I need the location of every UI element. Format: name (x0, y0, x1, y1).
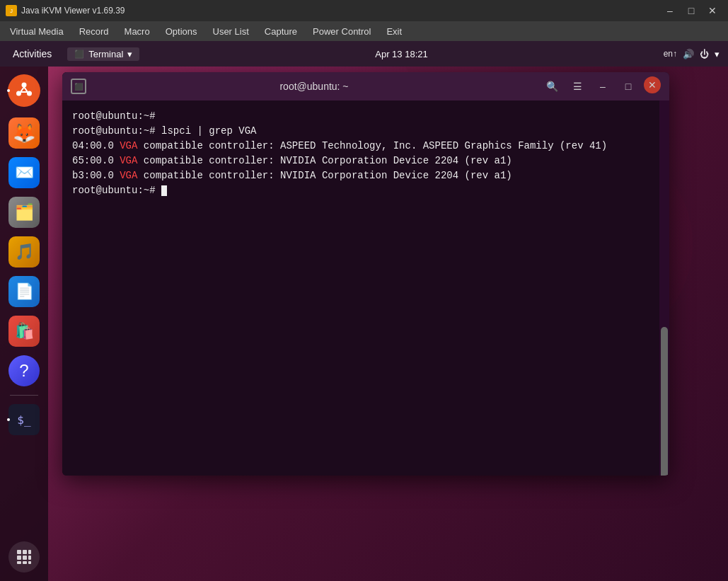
svg-rect-7 (17, 550, 21, 554)
desktop: 🦊 ✉️ 🗂️ 🎵 📄 🛍️ ? $_ (0, 67, 728, 581)
svg-rect-12 (28, 556, 31, 560)
close-button[interactable]: ✕ (703, 2, 722, 19)
terminal-tab-arrow: ▾ (127, 49, 132, 59)
terminal-tab-label: Terminal (88, 49, 123, 59)
terminal-tab-icon: ⬛ (74, 50, 84, 59)
activities-button[interactable]: Activities (8, 47, 56, 61)
svg-point-1 (22, 83, 27, 88)
dock-item-thunderbird[interactable]: ✉️ (6, 154, 42, 191)
svg-rect-11 (23, 556, 27, 560)
menu-capture[interactable]: Capture (258, 23, 304, 40)
dock-divider (10, 395, 38, 396)
terminal-search-button[interactable]: 🔍 (542, 76, 562, 96)
gnome-top-left: Activities ⬛ Terminal ▾ (8, 47, 139, 61)
dock-item-help[interactable]: ? (6, 352, 42, 389)
svg-rect-14 (23, 561, 27, 564)
terminal-menu-button[interactable]: ☰ (567, 76, 587, 96)
dock-item-firefox[interactable]: 🦊 (6, 115, 42, 151)
vga-highlight-2: VGA (120, 155, 137, 166)
gnome-top-right: en↑ 🔊 ⏻ ▾ (664, 49, 720, 59)
dock-item-ubuntu[interactable] (6, 72, 42, 109)
svg-rect-8 (23, 550, 27, 554)
app-icon: J (6, 5, 17, 16)
ubuntu-icon (8, 74, 40, 107)
files-icon: 🗂️ (8, 197, 40, 228)
gnome-datetime: Apr 13 18:21 (375, 49, 427, 59)
terminal-minimize-button[interactable]: – (593, 76, 613, 96)
terminal-maximize-button[interactable]: □ (618, 76, 638, 96)
dock-item-show-apps[interactable] (6, 539, 42, 575)
menu-macro[interactable]: Macro (117, 23, 157, 40)
minimize-button[interactable]: – (660, 2, 680, 19)
volume-icon[interactable]: 🔊 (683, 49, 694, 59)
svg-rect-13 (17, 561, 21, 564)
terminal-line-3: 04:00.0 VGA compatible controller: ASPEE… (72, 139, 659, 154)
terminal-header: ⬛ root@ubuntu: ~ 🔍 ☰ – □ ✕ (62, 72, 669, 100)
title-bar-left: J Java iKVM Viewer v1.69.39 (6, 5, 125, 16)
terminal-scrollbar[interactable] (659, 100, 669, 476)
grid-icon (8, 541, 40, 573)
power-icon[interactable]: ⏻ (700, 49, 709, 59)
title-bar-controls: – □ ✕ (660, 2, 722, 19)
terminal-scrollbar-thumb[interactable] (661, 327, 668, 476)
maximize-button[interactable]: □ (681, 2, 701, 19)
dock-item-terminal[interactable]: $_ (6, 401, 42, 438)
terminal-header-icon: ⬛ (71, 79, 86, 94)
svg-rect-9 (28, 550, 31, 554)
keyboard-layout-indicator[interactable]: en↑ (664, 49, 677, 59)
dock-item-files[interactable]: 🗂️ (6, 194, 42, 231)
gnome-top-bar: Activities ⬛ Terminal ▾ Apr 13 18:21 en↑… (0, 41, 728, 67)
terminal-close-button[interactable]: ✕ (644, 76, 661, 93)
menu-options[interactable]: Options (158, 23, 204, 40)
menu-user-list[interactable]: User List (206, 23, 256, 40)
thunderbird-icon: ✉️ (8, 157, 40, 188)
terminal-line-1: root@ubuntu:~# (72, 109, 659, 124)
menu-record[interactable]: Record (72, 23, 116, 40)
terminal-line-2: root@ubuntu:~# lspci | grep VGA (72, 124, 659, 139)
title-bar-title: Java iKVM Viewer v1.69.39 (21, 6, 125, 16)
menu-exit[interactable]: Exit (379, 23, 409, 40)
menu-power-control[interactable]: Power Control (306, 23, 378, 40)
dock-item-libreoffice[interactable]: 📄 (6, 273, 42, 310)
menu-bar: Virtual Media Record Macro Options User … (0, 21, 728, 41)
system-menu-arrow[interactable]: ▾ (715, 49, 720, 59)
libreoffice-icon: 📄 (8, 276, 40, 307)
menu-virtual-media[interactable]: Virtual Media (3, 23, 71, 40)
terminal-line-4: 65:00.0 VGA compatible controller: NVIDI… (72, 154, 659, 168)
svg-rect-15 (28, 561, 31, 564)
help-icon: ? (8, 355, 40, 386)
terminal-window: ⬛ root@ubuntu: ~ 🔍 ☰ – □ ✕ root@ubuntu:~… (62, 72, 669, 476)
terminal-header-left: ⬛ (71, 79, 86, 94)
terminal-body[interactable]: root@ubuntu:~# root@ubuntu:~# lspci | gr… (62, 100, 669, 476)
svg-rect-10 (17, 556, 21, 560)
dock: 🦊 ✉️ 🗂️ 🎵 📄 🛍️ ? $_ (0, 67, 48, 581)
terminal-header-right: 🔍 ☰ – □ ✕ (542, 76, 661, 96)
terminal-line-5: b3:00.0 VGA compatible controller: NVIDI… (72, 168, 659, 183)
terminal-tab[interactable]: ⬛ Terminal ▾ (67, 47, 139, 61)
firefox-icon: 🦊 (8, 117, 40, 149)
terminal-title: root@ubuntu: ~ (279, 81, 348, 92)
title-bar: J Java iKVM Viewer v1.69.39 – □ ✕ (0, 0, 728, 21)
terminal-dock-icon: $_ (8, 404, 40, 435)
dock-item-rhythmbox[interactable]: 🎵 (6, 234, 42, 270)
vga-highlight-1: VGA (120, 140, 137, 151)
terminal-cursor (161, 185, 167, 196)
dock-item-appstore[interactable]: 🛍️ (6, 313, 42, 350)
terminal-line-6: root@ubuntu:~# (72, 183, 659, 198)
rhythmbox-icon: 🎵 (8, 236, 40, 268)
vga-highlight-3: VGA (120, 170, 137, 181)
appstore-icon: 🛍️ (8, 316, 40, 347)
